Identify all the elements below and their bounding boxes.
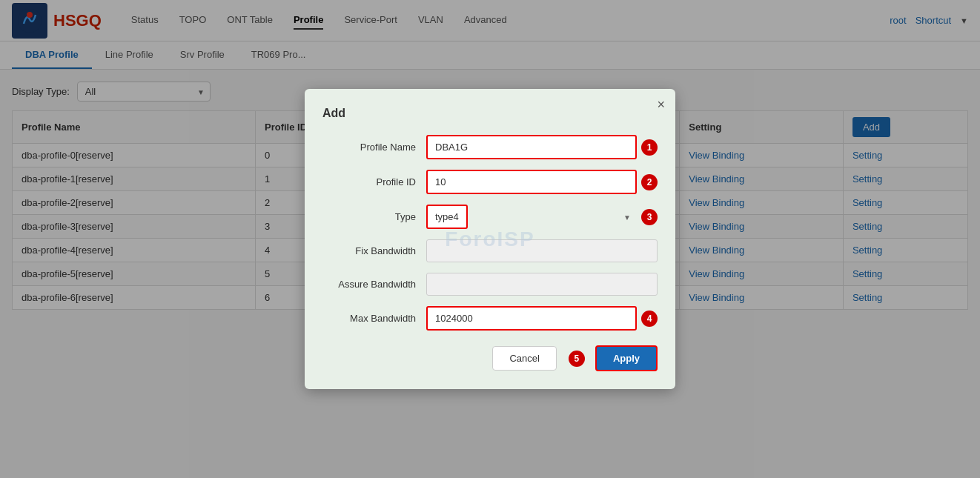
form-row-max-bw: Max Bandwidth 4 (322, 306, 658, 331)
step-1-badge: 1 (641, 139, 658, 156)
cancel-button[interactable]: Cancel (492, 346, 556, 371)
profile-id-input[interactable] (426, 170, 637, 194)
type-field-wrapper: type1 type2 type3 type4 type5 3 (426, 205, 658, 229)
assure-bw-input[interactable] (426, 273, 658, 296)
profile-name-input[interactable] (426, 135, 637, 159)
step-5-badge: 5 (569, 351, 585, 367)
form-row-profile-id: Profile ID 2 (322, 170, 658, 194)
modal-footer: Cancel 5 Apply (322, 345, 658, 371)
step-4-badge: 4 (641, 311, 658, 327)
add-modal: Add × Profile Name 1 Profile ID 2 Type (305, 89, 675, 389)
max-bw-label: Max Bandwidth (322, 313, 426, 324)
modal-overlay: Add × Profile Name 1 Profile ID 2 Type (0, 0, 980, 478)
max-bw-field-wrapper: 4 (426, 306, 658, 331)
profile-name-field-wrapper: 1 (426, 135, 658, 159)
fix-bw-label: Fix Bandwidth (322, 245, 426, 256)
fix-bw-input[interactable] (426, 239, 658, 262)
apply-button[interactable]: Apply (595, 345, 658, 371)
type-select-wrapper: type1 type2 type3 type4 type5 (426, 205, 637, 229)
modal-title: Add (322, 107, 658, 120)
type-label: Type (322, 211, 426, 222)
type-select[interactable]: type1 type2 type3 type4 type5 (426, 205, 468, 229)
step-3-badge: 3 (641, 209, 658, 225)
assure-bw-field-wrapper (426, 273, 658, 296)
assure-bw-label: Assure Bandwidth (322, 279, 426, 290)
form-row-profile-name: Profile Name 1 (322, 135, 658, 159)
form-row-assure-bw: Assure Bandwidth (322, 273, 658, 296)
profile-id-field-wrapper: 2 (426, 170, 658, 194)
step-2-badge: 2 (641, 174, 658, 190)
profile-id-label: Profile ID (322, 176, 426, 187)
profile-name-label: Profile Name (322, 142, 426, 153)
form-row-fix-bw: Fix Bandwidth (322, 239, 658, 262)
modal-close-button[interactable]: × (657, 98, 665, 111)
form-row-type: Type type1 type2 type3 type4 type5 3 (322, 205, 658, 229)
max-bw-input[interactable] (426, 306, 637, 331)
fix-bw-field-wrapper (426, 239, 658, 262)
